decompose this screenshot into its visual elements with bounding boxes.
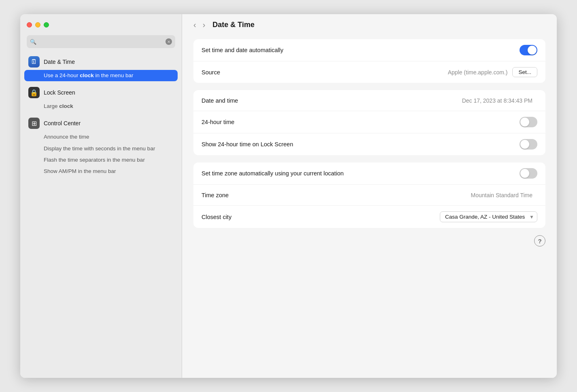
row-time-zone: Time zone Mountain Standard Time bbox=[193, 185, 545, 206]
page-title: Date & Time bbox=[212, 21, 255, 29]
label-time-zone: Time zone bbox=[202, 192, 471, 198]
sidebar-sub-display-seconds[interactable]: Display the time with seconds in the men… bbox=[24, 143, 178, 154]
main-body: Set time and date automatically Source A… bbox=[182, 35, 557, 378]
label-date-and-time: Date and time bbox=[202, 97, 462, 104]
label-24hour: 24-hour time bbox=[202, 119, 520, 125]
toggle-knob-auto-timezone bbox=[520, 169, 529, 178]
row-source: Source Apple (time.apple.com.) Set... bbox=[193, 61, 545, 83]
label-set-auto: Set time and date automatically bbox=[202, 47, 520, 53]
sidebar-content: 🗓 Date & Time Use a 24-hour clock in the… bbox=[20, 54, 182, 378]
sidebar-sub-24hour-clock[interactable]: Use a 24-hour clock in the menu bar bbox=[24, 70, 178, 81]
main-content: ‹ › Date & Time Set time and date automa… bbox=[182, 14, 557, 378]
row-24hour: 24-hour time bbox=[193, 111, 545, 133]
minimize-button[interactable] bbox=[35, 22, 40, 27]
toggle-knob-set-auto bbox=[528, 46, 537, 55]
forward-button[interactable]: › bbox=[201, 19, 207, 30]
value-time-zone: Mountain Standard Time bbox=[471, 192, 532, 198]
card-timezone: Set time zone automatically using your c… bbox=[193, 162, 545, 228]
row-date-and-time: Date and time Dec 17, 2023 at 8:34:43 PM bbox=[193, 90, 545, 111]
help-row: ? bbox=[193, 235, 545, 247]
highlight-clock-1: clock bbox=[80, 72, 94, 78]
sidebar-section-controlcenter: ⊞ Control Center Announce the time Displ… bbox=[24, 115, 178, 177]
main-header: ‹ › Date & Time bbox=[182, 14, 557, 35]
toggle-knob-show-24hour-lockscreen bbox=[520, 140, 529, 149]
sidebar-item-controlcenter[interactable]: ⊞ Control Center bbox=[24, 115, 178, 131]
controlcenter-icon: ⊞ bbox=[28, 118, 40, 129]
maximize-button[interactable] bbox=[44, 22, 49, 27]
row-closest-city: Closest city Casa Grande, AZ - United St… bbox=[193, 206, 545, 228]
main-window: 🔍 clock ✕ 🗓 Date & Time Use a 24-hour cl… bbox=[20, 14, 557, 378]
sidebar-sub-large-clock[interactable]: Large clock bbox=[24, 101, 178, 112]
row-set-auto: Set time and date automatically bbox=[193, 39, 545, 61]
search-bar: 🔍 clock ✕ bbox=[27, 35, 175, 48]
value-date-and-time: Dec 17, 2023 at 8:34:43 PM bbox=[462, 97, 532, 104]
toggle-show-24hour-lockscreen[interactable] bbox=[520, 139, 537, 150]
row-show-24hour-lockscreen: Show 24-hour time on Lock Screen bbox=[193, 133, 545, 155]
search-icon: 🔍 bbox=[30, 39, 36, 45]
lockscreen-icon: 🔒 bbox=[28, 87, 40, 98]
sidebar: 🔍 clock ✕ 🗓 Date & Time Use a 24-hour cl… bbox=[20, 14, 182, 378]
dropdown-wrap-city: Casa Grande, AZ - United States Phoenix,… bbox=[440, 211, 537, 222]
dropdown-city[interactable]: Casa Grande, AZ - United States Phoenix,… bbox=[440, 211, 537, 222]
highlight-clock-2: clock bbox=[59, 103, 73, 109]
titlebar bbox=[20, 14, 182, 35]
sidebar-section-lockscreen: 🔒 Lock Screen Large clock bbox=[24, 84, 178, 112]
datetime-icon: 🗓 bbox=[28, 56, 40, 67]
toggle-auto-timezone[interactable] bbox=[520, 168, 537, 179]
card-datetime-details: Date and time Dec 17, 2023 at 8:34:43 PM… bbox=[193, 90, 545, 155]
search-input[interactable]: clock bbox=[27, 35, 175, 48]
set-button[interactable]: Set... bbox=[512, 67, 537, 77]
label-closest-city: Closest city bbox=[202, 214, 440, 220]
card-auto-time: Set time and date automatically Source A… bbox=[193, 39, 545, 83]
lockscreen-label: Lock Screen bbox=[44, 89, 75, 96]
toggle-set-auto[interactable] bbox=[520, 45, 537, 55]
sidebar-sub-announce-time[interactable]: Announce the time bbox=[24, 131, 178, 143]
back-button[interactable]: ‹ bbox=[192, 19, 198, 30]
row-auto-timezone: Set time zone automatically using your c… bbox=[193, 162, 545, 185]
toggle-24hour[interactable] bbox=[520, 117, 537, 127]
controlcenter-label: Control Center bbox=[44, 120, 81, 126]
sidebar-item-lockscreen[interactable]: 🔒 Lock Screen bbox=[24, 84, 178, 101]
sidebar-section-datetime: 🗓 Date & Time Use a 24-hour clock in the… bbox=[24, 54, 178, 81]
label-source: Source bbox=[202, 69, 448, 76]
sidebar-sub-flash-separators[interactable]: Flash the time separators in the menu ba… bbox=[24, 154, 178, 166]
sidebar-item-datetime[interactable]: 🗓 Date & Time bbox=[24, 54, 178, 70]
datetime-label: Date & Time bbox=[44, 59, 75, 65]
value-source: Apple (time.apple.com.) bbox=[448, 69, 508, 76]
close-button[interactable] bbox=[27, 22, 32, 27]
toggle-knob-24hour bbox=[520, 118, 529, 126]
label-show-24hour-lockscreen: Show 24-hour time on Lock Screen bbox=[202, 141, 520, 148]
label-auto-timezone: Set time zone automatically using your c… bbox=[202, 170, 520, 177]
sidebar-sub-show-ampm[interactable]: Show AM/PM in the menu bar bbox=[24, 166, 178, 177]
search-clear-button[interactable]: ✕ bbox=[165, 38, 172, 45]
help-button[interactable]: ? bbox=[534, 235, 545, 247]
